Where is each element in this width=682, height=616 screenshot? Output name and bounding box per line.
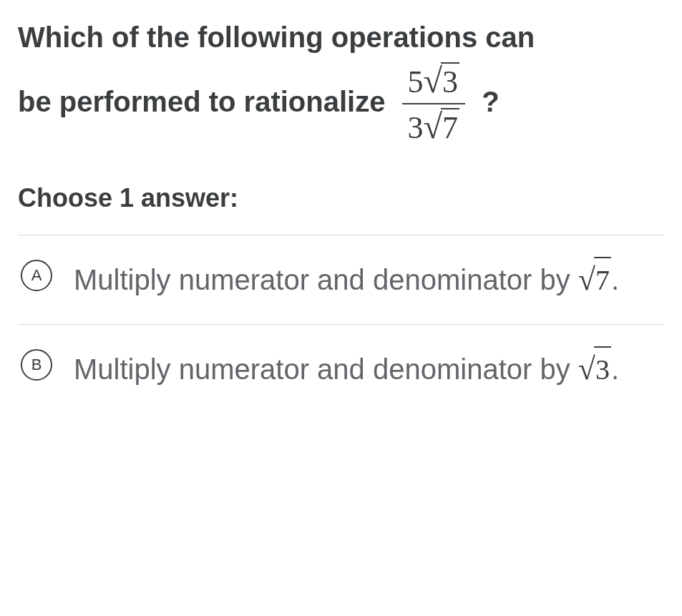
option-a-math: √7 bbox=[578, 255, 611, 304]
sqrt-num-rad: 3 bbox=[441, 62, 459, 102]
option-a[interactable]: A Multiply numerator and denominator by … bbox=[18, 235, 664, 325]
sqrt-sign-icon: √ bbox=[424, 106, 443, 147]
question-line2-prefix: be performed to rationalize bbox=[18, 86, 394, 117]
option-b-suffix: . bbox=[611, 353, 619, 385]
fraction: 5√3 3√7 bbox=[402, 60, 466, 147]
instruction-text: Choose 1 answer: bbox=[18, 183, 664, 213]
option-a-prefix: Multiply numerator and denominator by bbox=[74, 264, 578, 295]
den-coeff: 3 bbox=[408, 110, 424, 145]
option-b[interactable]: B Multiply numerator and denominator by … bbox=[18, 325, 664, 414]
sqrt-a: √7 bbox=[578, 255, 611, 304]
options-container: A Multiply numerator and denominator by … bbox=[18, 235, 664, 414]
numerator: 5√3 bbox=[402, 60, 466, 103]
option-b-radicand: 3 bbox=[594, 346, 611, 392]
question-text: Which of the following operations can be… bbox=[18, 14, 664, 147]
option-a-radicand: 7 bbox=[594, 257, 611, 303]
num-coeff: 5 bbox=[408, 64, 424, 99]
sqrt-den: √7 bbox=[424, 106, 460, 147]
sqrt-den-rad: 7 bbox=[441, 108, 459, 147]
question-line2-suffix: ? bbox=[482, 86, 499, 117]
sqrt-num: √3 bbox=[424, 60, 460, 102]
question-line1: Which of the following operations can bbox=[18, 21, 535, 53]
option-b-math: √3 bbox=[578, 345, 611, 393]
option-text-a: Multiply numerator and denominator by √7… bbox=[74, 255, 619, 304]
option-b-prefix: Multiply numerator and denominator by bbox=[74, 353, 578, 385]
option-a-suffix: . bbox=[611, 264, 619, 295]
sqrt-sign-icon: √ bbox=[578, 345, 595, 393]
option-letter-a: A bbox=[21, 260, 52, 291]
option-letter-b: B bbox=[21, 349, 52, 381]
option-text-b: Multiply numerator and denominator by √3… bbox=[74, 345, 619, 393]
sqrt-sign-icon: √ bbox=[578, 255, 595, 304]
sqrt-b: √3 bbox=[578, 345, 611, 393]
fraction-expression: 5√3 3√7 bbox=[399, 60, 469, 147]
denominator: 3√7 bbox=[402, 103, 466, 147]
sqrt-sign-icon: √ bbox=[424, 60, 443, 102]
